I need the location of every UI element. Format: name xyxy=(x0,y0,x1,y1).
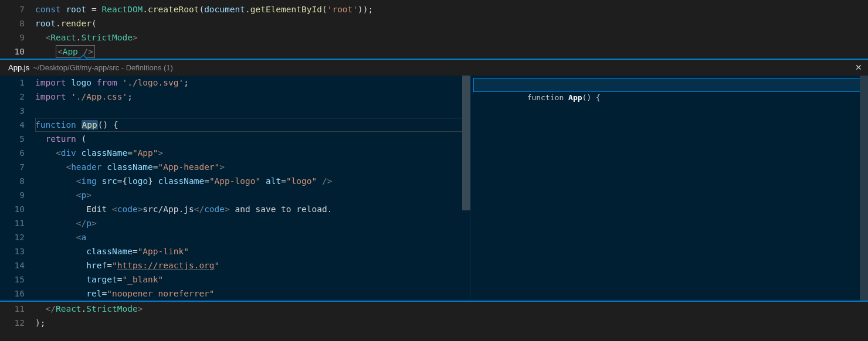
code-line[interactable]: 9 <React.StrictMode> xyxy=(0,30,868,45)
code-content[interactable]: function App() { xyxy=(35,118,470,132)
code-content[interactable]: Edit <code>src/App.js</code> and save to… xyxy=(35,202,470,216)
line-number: 11 xyxy=(0,216,35,230)
code-content[interactable]: const root = ReactDOM.createRoot(documen… xyxy=(35,2,868,16)
line-number: 16 xyxy=(0,287,35,301)
line-number: 4 xyxy=(0,118,35,132)
line-number: 14 xyxy=(0,258,35,272)
peek-view: App.js ~/Desktop/Git/my-app/src - Defini… xyxy=(0,59,868,302)
code-line[interactable]: 7const root = ReactDOM.createRoot(docume… xyxy=(0,2,868,16)
peek-references-pane[interactable]: function App() { xyxy=(470,76,868,301)
peek-filepath: ~/Desktop/Git/my-app/src - Definitions (… xyxy=(33,60,173,76)
code-line[interactable]: 10 <App /> xyxy=(0,45,868,59)
code-content[interactable]: className="App-link" xyxy=(35,244,470,258)
code-line[interactable]: 4function App() { xyxy=(0,118,470,132)
code-line[interactable]: 14 href="https://reactjs.org" xyxy=(0,258,470,272)
peek-lines-container: 1import logo from './logo.svg';2import '… xyxy=(0,76,470,301)
code-content[interactable]: <img src={logo} className="App-logo" alt… xyxy=(35,174,470,188)
scrollbar[interactable] xyxy=(462,76,470,210)
main-editor-bottom[interactable]: 11 </React.StrictMode>12); xyxy=(0,302,868,330)
peek-filename: App.js xyxy=(8,60,29,76)
code-line[interactable]: 6 <div className="App"> xyxy=(0,146,470,160)
line-number: 15 xyxy=(0,272,35,287)
peek-header: App.js ~/Desktop/Git/my-app/src - Defini… xyxy=(0,60,868,76)
reference-item[interactable]: function App() { xyxy=(473,78,866,92)
code-content[interactable]: </React.StrictMode> xyxy=(35,302,868,316)
line-number: 9 xyxy=(0,30,35,45)
code-line[interactable]: 11 </React.StrictMode> xyxy=(0,302,868,316)
code-line[interactable]: 2import './App.css'; xyxy=(0,90,470,104)
line-number: 12 xyxy=(0,230,35,244)
code-line[interactable]: 9 <p> xyxy=(0,188,470,202)
code-line[interactable]: 16 rel="noopener noreferrer" xyxy=(0,287,470,301)
line-number: 13 xyxy=(0,244,35,258)
code-content[interactable]: <div className="App"> xyxy=(35,146,470,160)
line-number: 2 xyxy=(0,90,35,104)
peek-arrow-icon xyxy=(79,54,88,59)
line-number: 1 xyxy=(0,76,35,90)
line-number: 9 xyxy=(0,188,35,202)
line-number: 8 xyxy=(0,174,35,188)
line-number: 7 xyxy=(0,2,35,16)
code-content[interactable] xyxy=(35,104,470,118)
code-line[interactable]: 7 <header className="App-header"> xyxy=(0,160,470,174)
line-number: 10 xyxy=(0,45,35,59)
bottom-lines-container: 11 </React.StrictMode>12); xyxy=(0,302,868,330)
code-content[interactable]: rel="noopener noreferrer" xyxy=(35,287,470,301)
code-line[interactable]: 3 xyxy=(0,104,470,118)
code-content[interactable]: href="https://reactjs.org" xyxy=(35,258,470,272)
line-number: 3 xyxy=(0,104,35,118)
peek-editor-pane[interactable]: 1import logo from './logo.svg';2import '… xyxy=(0,76,470,301)
code-line[interactable]: 1import logo from './logo.svg'; xyxy=(0,76,470,90)
code-content[interactable]: <React.StrictMode> xyxy=(35,30,868,45)
line-number: 5 xyxy=(0,132,35,146)
code-line[interactable]: 10 Edit <code>src/App.js</code> and save… xyxy=(0,202,470,216)
code-content[interactable]: </p> xyxy=(35,216,470,230)
code-line[interactable]: 8 <img src={logo} className="App-logo" a… xyxy=(0,174,470,188)
line-number: 11 xyxy=(0,302,35,316)
scrollbar[interactable] xyxy=(860,76,868,301)
code-line[interactable]: 13 className="App-link" xyxy=(0,244,470,258)
code-line[interactable]: 8root.render( xyxy=(0,16,868,30)
code-content[interactable]: import logo from './logo.svg'; xyxy=(35,76,470,90)
code-line[interactable]: 15 target="_blank" xyxy=(0,272,470,287)
line-number: 8 xyxy=(0,16,35,30)
top-lines-container: 7const root = ReactDOM.createRoot(docume… xyxy=(0,2,868,59)
code-content[interactable]: <App /> xyxy=(35,45,868,59)
code-line[interactable]: 11 </p> xyxy=(0,216,470,230)
code-content[interactable]: import './App.css'; xyxy=(35,90,470,104)
line-number: 7 xyxy=(0,160,35,174)
code-line[interactable]: 12); xyxy=(0,316,868,330)
main-editor-top[interactable]: 7const root = ReactDOM.createRoot(docume… xyxy=(0,0,868,59)
line-number: 6 xyxy=(0,146,35,160)
code-content[interactable]: <p> xyxy=(35,188,470,202)
line-number: 12 xyxy=(0,316,35,330)
code-content[interactable]: ); xyxy=(35,316,868,330)
code-line[interactable]: 12 <a xyxy=(0,230,470,244)
code-content[interactable]: root.render( xyxy=(35,16,868,30)
code-content[interactable]: return ( xyxy=(35,132,470,146)
line-number: 10 xyxy=(0,202,35,216)
code-content[interactable]: <header className="App-header"> xyxy=(35,160,470,174)
code-content[interactable]: target="_blank" xyxy=(35,272,470,287)
close-icon[interactable]: ✕ xyxy=(855,60,862,76)
code-line[interactable]: 5 return ( xyxy=(0,132,470,146)
code-content[interactable]: <a xyxy=(35,230,470,244)
